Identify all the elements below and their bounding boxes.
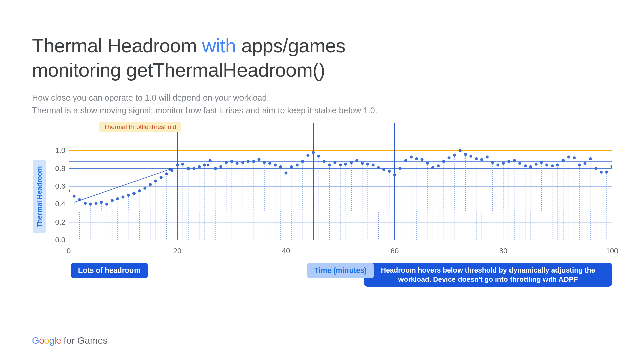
svg-point-212 <box>578 164 581 167</box>
svg-point-169 <box>344 163 347 166</box>
svg-point-211 <box>573 156 576 159</box>
svg-point-123 <box>95 202 98 205</box>
svg-point-172 <box>361 162 364 165</box>
svg-point-193 <box>475 157 478 160</box>
svg-point-122 <box>89 203 92 206</box>
svg-point-186 <box>437 164 440 167</box>
svg-point-216 <box>600 171 603 174</box>
x-tick: 40 <box>282 247 290 255</box>
title-pre: Thermal Headroom <box>32 35 202 56</box>
svg-point-182 <box>415 157 418 160</box>
svg-point-136 <box>165 172 168 175</box>
svg-point-131 <box>138 189 141 192</box>
svg-point-126 <box>111 199 114 202</box>
y-tick: 0.2 <box>52 218 65 227</box>
x-axis-label: Time (minutes) <box>307 263 374 278</box>
svg-point-175 <box>377 166 380 169</box>
svg-point-199 <box>507 160 511 163</box>
svg-point-192 <box>469 155 472 158</box>
svg-point-119 <box>73 195 76 198</box>
slide: Thermal Headroom with apps/games monitor… <box>0 0 644 362</box>
svg-point-135 <box>160 176 163 179</box>
svg-point-218 <box>611 165 612 168</box>
svg-point-215 <box>594 167 597 170</box>
svg-point-196 <box>491 161 494 164</box>
svg-point-213 <box>584 162 587 165</box>
y-tick: 0.6 <box>52 182 65 191</box>
svg-point-127 <box>116 197 119 200</box>
svg-point-130 <box>132 192 136 195</box>
svg-point-188 <box>448 156 451 159</box>
svg-point-206 <box>545 164 548 167</box>
svg-point-162 <box>306 154 309 157</box>
svg-point-178 <box>393 173 396 176</box>
subtitle: How close you can operate to 1.0 will de… <box>32 92 612 117</box>
svg-point-165 <box>323 160 326 163</box>
svg-point-153 <box>258 158 261 161</box>
svg-point-134 <box>154 180 157 183</box>
y-tick: 0.4 <box>52 200 65 208</box>
svg-point-128 <box>122 196 125 199</box>
footer-suffix: for Games <box>61 335 107 346</box>
svg-point-201 <box>518 162 521 165</box>
svg-point-133 <box>149 183 152 186</box>
svg-point-163 <box>312 151 315 154</box>
x-tick: 100 <box>606 247 619 255</box>
svg-point-195 <box>486 156 489 159</box>
svg-point-207 <box>551 164 554 167</box>
svg-point-124 <box>100 201 103 204</box>
svg-point-160 <box>296 164 299 167</box>
svg-point-170 <box>350 161 353 164</box>
svg-point-203 <box>529 165 532 168</box>
annotation-lots-of-headroom: Lots of headroom <box>71 263 148 278</box>
annotation-row: Lots of headroom Time (minutes) Headroom… <box>69 263 612 287</box>
svg-point-159 <box>290 165 293 168</box>
svg-point-214 <box>589 157 592 160</box>
svg-point-155 <box>268 162 271 165</box>
svg-point-168 <box>339 164 342 167</box>
svg-point-154 <box>263 161 266 164</box>
x-tick: 60 <box>391 247 399 255</box>
svg-point-141 <box>192 167 195 170</box>
page-title: Thermal Headroom with apps/games monitor… <box>32 34 612 82</box>
svg-point-164 <box>317 155 320 158</box>
svg-point-142 <box>198 165 201 168</box>
svg-point-194 <box>480 158 483 161</box>
svg-point-183 <box>421 158 424 161</box>
svg-point-145 <box>214 167 217 170</box>
svg-point-200 <box>513 159 516 162</box>
footer-brand: Google for Games <box>32 335 108 346</box>
svg-point-147 <box>225 161 228 164</box>
svg-point-166 <box>328 164 331 167</box>
y-tick: 0.8 <box>52 164 65 173</box>
svg-point-202 <box>524 164 527 167</box>
chart-svg <box>69 123 612 277</box>
svg-point-198 <box>502 162 505 165</box>
svg-point-161 <box>301 160 304 163</box>
plot-area: Thermal throttle threshold 0.00.20.40.60… <box>69 123 612 277</box>
svg-point-125 <box>105 203 108 206</box>
svg-point-176 <box>382 168 385 171</box>
chart: Thermal Headroom Thermal throttle thresh… <box>52 123 615 297</box>
svg-point-184 <box>426 162 429 165</box>
svg-point-209 <box>562 159 565 162</box>
threshold-label: Thermal throttle threshold <box>99 122 181 132</box>
svg-point-150 <box>241 161 244 164</box>
svg-point-149 <box>236 162 239 165</box>
svg-point-210 <box>567 156 570 159</box>
y-axis-label: Thermal Headroom <box>36 166 43 227</box>
svg-point-190 <box>459 149 462 152</box>
svg-point-140 <box>187 167 190 170</box>
svg-point-132 <box>143 187 146 190</box>
svg-point-205 <box>540 161 543 164</box>
y-tick: 1.0 <box>52 146 65 155</box>
title-accent: with <box>202 35 236 56</box>
svg-point-157 <box>279 165 282 168</box>
x-tick: 20 <box>173 247 181 255</box>
svg-point-177 <box>388 170 391 173</box>
svg-point-129 <box>127 194 130 197</box>
svg-point-151 <box>247 160 250 163</box>
svg-point-174 <box>372 164 375 167</box>
google-logo: Google <box>32 335 61 346</box>
svg-point-189 <box>453 154 456 157</box>
